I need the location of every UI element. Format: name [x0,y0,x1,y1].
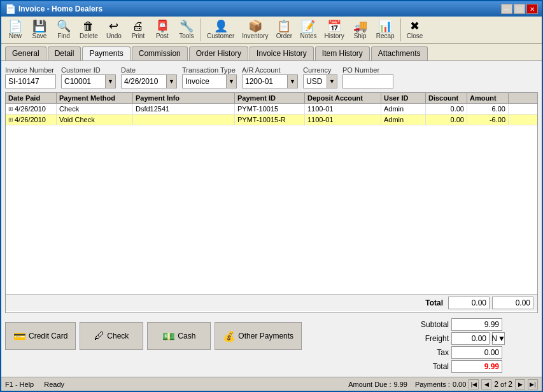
delete-button[interactable]: 🗑 Delete [76,18,101,41]
freight-code-dropdown[interactable]: N ▼ [492,332,505,345]
date-label: Date [121,66,177,74]
order-button[interactable]: 📋 Order [272,18,295,41]
cell-payment-id: PYMT-10015-R [235,115,305,125]
credit-card-icon: 💳 [13,330,26,342]
ar-account-input[interactable] [242,74,288,88]
credit-card-button[interactable]: 💳 Credit Card [5,322,76,350]
po-number-input[interactable] [342,74,393,88]
total-discount-value [448,297,490,309]
cell-amount: 6.00 [467,104,509,114]
other-payments-button[interactable]: 💰 Other Payments [215,322,302,350]
invoice-number-group: Invoice Number [5,66,56,88]
cell-discount: 0.00 [426,115,467,125]
tab-order-history[interactable]: Order History [189,46,248,60]
maximize-button[interactable]: □ [514,4,525,14]
customer-id-dropdown[interactable]: ▼ [106,74,116,88]
payments-value: 0.00 [453,381,466,388]
print-button[interactable]: 🖨 Print [127,18,150,41]
col-user-id: User ID [381,93,426,103]
tax-row: Tax [411,346,538,359]
inventory-button[interactable]: 📦 Inventory [239,18,271,41]
cash-icon: 💵 [162,330,175,342]
notes-button[interactable]: 📝 Notes [297,18,320,41]
date-input[interactable] [121,74,167,88]
tools-button[interactable]: 🔧 Tools [175,18,198,41]
find-button[interactable]: 🔍 Find [52,18,75,41]
check-button[interactable]: 🖊 Check [80,322,143,350]
other-payments-label: Other Payments [238,332,293,340]
currency-label: Currency [303,66,337,74]
freight-label: Freight [411,334,449,343]
tax-value [451,346,502,359]
first-page-button[interactable]: |◀ [469,379,479,389]
total-label: Total [411,362,449,371]
customer-id-group: Customer ID ▼ [61,66,116,88]
table-body: ⊞4/26/2010 Check Dsfd12541 PYMT-10015 11… [6,104,537,294]
cell-payment-method: Check [57,104,133,114]
new-button[interactable]: 📄 New [4,18,27,41]
currency-input[interactable] [303,74,327,88]
window-title: Invoice - Home Dealers [18,4,102,13]
next-page-button[interactable]: ▶ [515,379,525,389]
customer-id-input[interactable] [61,74,106,88]
currency-group: Currency ▼ [303,66,337,88]
transaction-type-dropdown[interactable]: ▼ [227,74,237,88]
prev-page-button[interactable]: ◀ [481,379,491,389]
bottom-section: 💳 Credit Card 🖊 Check 💵 Cash 💰 Other Pay… [5,316,538,373]
summary-panel: Subtotal Freight N ▼ Tax [411,318,538,373]
invoice-number-input[interactable] [5,74,56,88]
tab-general[interactable]: General [5,46,46,60]
currency-dropdown[interactable]: ▼ [327,74,337,88]
tab-invoice-history[interactable]: Invoice History [250,46,314,60]
cell-payment-method: Void Check [57,115,133,125]
tab-bar: General Detail Payments Commission Order… [1,44,542,61]
tab-payments[interactable]: Payments [82,46,130,60]
tab-item-history[interactable]: Item History [315,46,370,60]
col-payment-info: Payment Info [133,93,235,103]
cell-payment-info [133,115,235,125]
tab-attachments[interactable]: Attachments [371,46,428,60]
last-page-button[interactable]: ▶| [528,379,538,389]
post-button[interactable]: 📮 Post [151,18,174,41]
minimize-button[interactable]: ─ [501,4,512,14]
col-payment-id: Payment ID [235,93,305,103]
page-info: 2 of 2 [494,380,512,389]
tab-commission[interactable]: Commission [132,46,188,60]
col-payment-method: Payment Method [57,93,133,103]
total-row: Total [411,360,538,373]
freight-row: Freight N ▼ [411,332,538,345]
status-text: Ready [44,381,64,388]
ar-account-dropdown[interactable]: ▼ [288,74,298,88]
amount-due-value: 9.99 [393,381,407,388]
close-button[interactable]: ✕ [526,4,538,14]
cash-button[interactable]: 💵 Cash [147,322,211,350]
other-payments-icon: 💰 [223,330,236,342]
date-dropdown[interactable]: ▼ [167,74,177,88]
transaction-type-input[interactable] [182,74,227,88]
cell-payment-info: Dsfd12541 [133,104,235,114]
status-bar: F1 - Help Ready Amount Due : 9.99 Paymen… [1,377,542,391]
undo-button[interactable]: ↩ Undo [102,18,125,41]
save-button[interactable]: 💾 Save [28,18,51,41]
ship-button[interactable]: 🚚 Ship [349,18,372,41]
customer-button[interactable]: 👤 Customer [204,18,237,41]
cell-deposit-account: 1100-01 [305,104,381,114]
payments-table: Date Paid Payment Method Payment Info Pa… [5,92,538,313]
tax-label: Tax [411,348,449,357]
ar-account-group: A/R Account ▼ [242,66,298,88]
history-button[interactable]: 📅 History [321,18,348,41]
table-row[interactable]: ⊞4/26/2010 Check Dsfd12541 PYMT-10015 11… [6,104,537,115]
recap-button[interactable]: 📊 Recap [373,18,398,41]
col-date-paid: Date Paid [6,93,57,103]
invoice-number-label: Invoice Number [5,66,56,74]
freight-value[interactable] [451,332,490,345]
subtotal-value [451,318,502,331]
po-number-label: PO Number [342,66,393,74]
cell-discount: 0.00 [426,104,467,114]
table-row[interactable]: ⊞4/26/2010 Void Check PYMT-10015-R 1100-… [6,115,537,125]
cell-user-id: Admin [381,104,426,114]
cash-label: Cash [178,332,195,340]
transaction-type-group: Transaction Type ▼ [182,66,237,88]
close-toolbar-button[interactable]: ✖ Close [404,18,427,41]
tab-detail[interactable]: Detail [48,46,81,60]
